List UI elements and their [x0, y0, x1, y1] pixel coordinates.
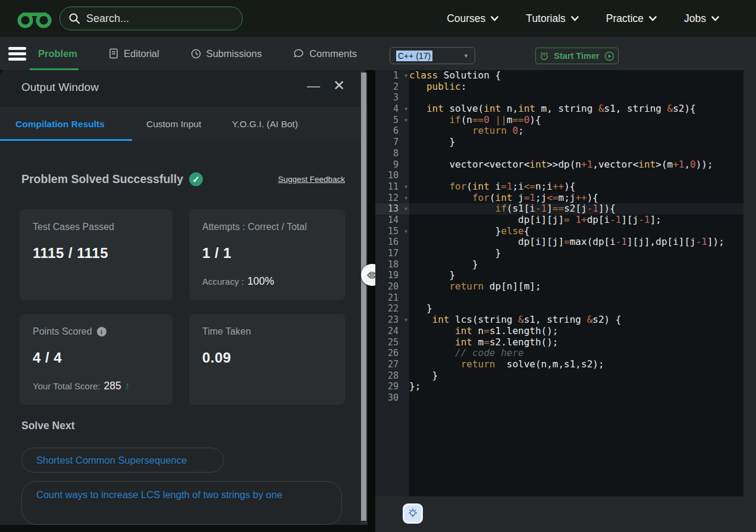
code-line: int m=s2.length();: [409, 337, 744, 348]
line-number: 23▼: [375, 314, 409, 326]
hint-bulb-button[interactable]: [403, 503, 423, 524]
start-timer-button[interactable]: Start Timer: [535, 48, 619, 64]
code-line: return 0;: [409, 125, 744, 137]
code-line: [409, 148, 744, 159]
tab-editorial[interactable]: Editorial: [109, 48, 159, 59]
editor-gutter: 1▼234▼5▼67891011▼12▼13▼1415▼161718192021…: [375, 70, 409, 496]
line-number: 14: [375, 215, 409, 226]
code-line: vector<vector<int>>dp(n+1,vector<int>(m+…: [409, 159, 744, 171]
tab-comments[interactable]: Comments: [293, 48, 357, 59]
attempts-card: Attempts : Correct / Total 1 / 1 Accurac…: [189, 209, 345, 300]
card-value: 1115 / 1115: [33, 245, 161, 262]
line-number: 20: [375, 281, 409, 292]
scrollbar[interactable]: [360, 70, 367, 525]
code-line: }: [409, 303, 744, 314]
accuracy-label: Accuracy :: [202, 276, 244, 287]
tab-label: Submissions: [206, 48, 262, 59]
code-line: dp[i][j]=max(dp[i-1][j],dp[i][j-1]);: [409, 237, 744, 248]
time-taken-card: Time Taken 0.09: [189, 314, 345, 405]
score-up-arrow-icon: ↑: [125, 380, 130, 392]
line-number: 1▼: [375, 70, 409, 81]
nav-menu-practice[interactable]: Practice: [606, 12, 657, 25]
fold-arrow-icon[interactable]: ▼: [404, 115, 407, 127]
line-number: 2: [375, 81, 409, 93]
bottom-strip: [0, 525, 375, 532]
lightbulb-icon: [406, 507, 419, 520]
language-select[interactable]: C++ (17) ▼: [390, 47, 475, 64]
card-label: Points Scored i: [33, 326, 161, 337]
line-number: 19: [375, 270, 409, 281]
status-heading: Problem Solved Successfully ✓: [21, 172, 203, 186]
line-number: 10: [375, 170, 409, 181]
geeksforgeeks-logo[interactable]: [15, 8, 54, 29]
chevron-down-icon: ▼: [463, 53, 469, 59]
nav-menu-jobs[interactable]: Jobs: [684, 12, 719, 25]
line-number: 25: [375, 337, 409, 348]
code-line: [409, 292, 744, 304]
line-number: 28: [375, 370, 409, 382]
output-tab-1[interactable]: Custom Input: [146, 119, 201, 130]
solve-next-problem-link[interactable]: Shortest Common Supersequence: [21, 448, 224, 473]
clock-icon: [191, 49, 201, 59]
solve-next-heading: Solve Next: [21, 420, 74, 432]
output-window-tabs: Compilation ResultsCustom InputY.O.G.I. …: [0, 107, 368, 141]
points-label: Points Scored: [33, 326, 92, 337]
minimize-icon[interactable]: —: [307, 78, 320, 94]
accuracy-value: 100%: [247, 275, 274, 288]
code-line: }: [409, 270, 744, 281]
code-line: if(n==0 ||m==0){: [409, 115, 744, 126]
card-label: Test Cases Passed: [33, 222, 161, 232]
chevron-down-icon: [571, 16, 579, 21]
success-check-icon: ✓: [189, 172, 203, 186]
code-line: dp[i][j]= 1+dp[i-1][j-1];: [409, 215, 744, 226]
code-line: }: [409, 137, 744, 148]
alarm-clock-icon: [539, 51, 549, 61]
fold-arrow-icon[interactable]: ▼: [404, 182, 407, 193]
close-icon[interactable]: ✕: [333, 77, 345, 94]
code-line: }: [409, 248, 744, 259]
output-tab-0[interactable]: Compilation Results: [15, 119, 105, 130]
suggest-feedback-link[interactable]: Suggest Feedback: [278, 175, 345, 184]
line-number: 13▼: [375, 203, 409, 215]
line-number: 16: [375, 237, 409, 248]
line-number: 30: [375, 392, 409, 404]
solve-next-problem-link[interactable]: Count ways to increase LCS length of two…: [21, 481, 342, 525]
tab-problem[interactable]: Problem: [38, 48, 77, 59]
info-icon[interactable]: i: [97, 327, 106, 336]
fold-arrow-icon[interactable]: ▼: [404, 193, 407, 204]
fold-arrow-icon[interactable]: ▼: [404, 104, 407, 115]
line-number: 6: [375, 125, 409, 137]
code-line: for(int j=1;j<=m;j++){: [409, 193, 744, 204]
card-value: 1 / 1: [202, 245, 333, 262]
chevron-down-icon: [711, 16, 719, 21]
scrollbar-thumb[interactable]: [361, 73, 366, 521]
nav-menu-label: Practice: [606, 12, 644, 25]
search-bar[interactable]: [59, 7, 243, 30]
test-cases-card: Test Cases Passed 1115 / 1115: [20, 209, 172, 300]
editor-code-area[interactable]: class Solution { public: int solve(int n…: [409, 70, 744, 496]
tab-submissions[interactable]: Submissions: [191, 48, 262, 59]
output-tab-2[interactable]: Y.O.G.I. (AI Bot): [232, 119, 298, 130]
search-input[interactable]: [86, 12, 223, 25]
fold-arrow-icon[interactable]: ▼: [404, 204, 407, 215]
start-timer-label: Start Timer: [554, 51, 599, 61]
nav-menu-tutorials[interactable]: Tutorials: [526, 12, 578, 25]
output-window-title: Output Window: [21, 81, 99, 94]
code-line: }else{: [409, 226, 744, 237]
hamburger-menu-icon[interactable]: [8, 47, 26, 61]
fold-arrow-icon[interactable]: ▼: [404, 315, 407, 326]
fold-arrow-icon[interactable]: ▼: [404, 226, 407, 238]
language-selected-value: C++ (17): [396, 51, 432, 61]
panel-divider: [368, 70, 375, 532]
code-line: for(int i=1;i<=n;i++){: [409, 181, 744, 193]
nav-menu-label: Jobs: [684, 12, 706, 25]
problem-tabs: ProblemEditorialSubmissionsComments: [38, 37, 357, 70]
status-row: Problem Solved Successfully ✓ Suggest Fe…: [21, 172, 345, 186]
card-label: Attempts : Correct / Total: [202, 222, 333, 232]
nav-menu-courses[interactable]: Courses: [447, 12, 498, 25]
line-number: 17: [375, 248, 409, 259]
fold-arrow-icon[interactable]: ▼: [404, 71, 407, 82]
line-number: 22: [375, 303, 409, 314]
line-number: 9: [375, 159, 409, 171]
play-icon: [604, 51, 614, 61]
